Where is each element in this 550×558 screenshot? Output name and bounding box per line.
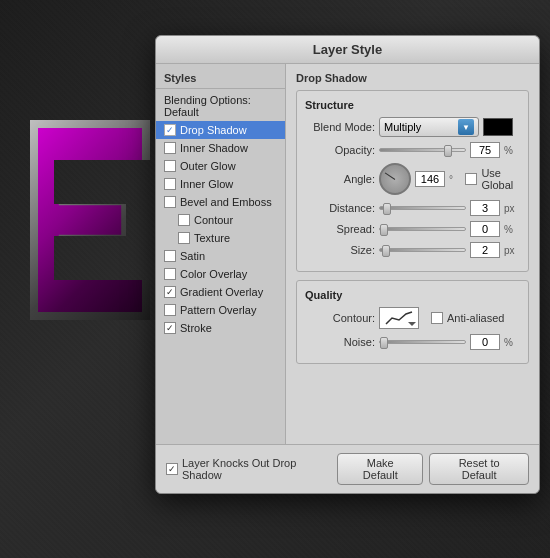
sidebar-item-blending-options[interactable]: Blending Options: Default bbox=[156, 91, 285, 121]
spread-input[interactable] bbox=[470, 221, 500, 237]
spread-label: Spread: bbox=[305, 223, 375, 235]
sidebar-item-texture[interactable]: Texture bbox=[156, 229, 285, 247]
use-global-label: Use Global bbox=[481, 167, 520, 191]
distance-label: Distance: bbox=[305, 202, 375, 214]
gradient-overlay-label: Gradient Overlay bbox=[180, 286, 263, 298]
anti-aliased-label: Anti-aliased bbox=[447, 312, 504, 324]
stroke-label: Stroke bbox=[180, 322, 212, 334]
noise-unit: % bbox=[504, 337, 520, 348]
blend-mode-row: Blend Mode: Multiply ▼ bbox=[305, 117, 520, 137]
settings-panel: Drop Shadow Structure Blend Mode: Multip… bbox=[286, 64, 539, 444]
drop-shadow-checkbox[interactable]: ✓ bbox=[164, 124, 176, 136]
opacity-unit: % bbox=[504, 145, 520, 156]
opacity-slider-track[interactable] bbox=[379, 148, 466, 152]
texture-checkbox[interactable] bbox=[178, 232, 190, 244]
sidebar-item-drop-shadow[interactable]: ✓ Drop Shadow bbox=[156, 121, 285, 139]
footer-buttons: Make Default Reset to Default bbox=[337, 453, 529, 485]
spread-slider-thumb[interactable] bbox=[380, 224, 388, 236]
noise-slider-container bbox=[379, 340, 466, 344]
use-global-checkbox-container[interactable]: Use Global bbox=[465, 167, 520, 191]
blend-mode-value: Multiply bbox=[384, 121, 421, 133]
contour-dropdown-arrow-icon bbox=[408, 322, 416, 326]
letter-e-decoration bbox=[30, 120, 150, 320]
layer-knocks-container[interactable]: ✓ Layer Knocks Out Drop Shadow bbox=[166, 457, 337, 481]
blend-mode-label: Blend Mode: bbox=[305, 121, 375, 133]
structure-group: Structure Blend Mode: Multiply ▼ Opacity… bbox=[296, 90, 529, 272]
use-global-checkbox[interactable] bbox=[465, 173, 477, 185]
sidebar-item-gradient-overlay[interactable]: ✓ Gradient Overlay bbox=[156, 283, 285, 301]
angle-dial[interactable] bbox=[379, 163, 411, 195]
inner-shadow-checkbox[interactable] bbox=[164, 142, 176, 154]
check-icon: ✓ bbox=[166, 125, 174, 135]
size-slider-container bbox=[379, 248, 466, 252]
color-swatch[interactable] bbox=[483, 118, 513, 136]
size-slider-thumb[interactable] bbox=[382, 245, 390, 257]
distance-slider-track[interactable] bbox=[379, 206, 466, 210]
angle-row: Angle: ° Use Global bbox=[305, 163, 520, 195]
size-slider-track[interactable] bbox=[379, 248, 466, 252]
outer-glow-label: Outer Glow bbox=[180, 160, 236, 172]
bevel-emboss-checkbox[interactable] bbox=[164, 196, 176, 208]
reset-default-button[interactable]: Reset to Default bbox=[429, 453, 529, 485]
opacity-slider-thumb[interactable] bbox=[444, 145, 452, 157]
gradient-overlay-checkbox[interactable]: ✓ bbox=[164, 286, 176, 298]
noise-input[interactable] bbox=[470, 334, 500, 350]
opacity-input[interactable] bbox=[470, 142, 500, 158]
sidebar-item-inner-glow[interactable]: Inner Glow bbox=[156, 175, 285, 193]
distance-input[interactable] bbox=[470, 200, 500, 216]
contour-checkbox[interactable] bbox=[178, 214, 190, 226]
anti-aliased-checkbox[interactable] bbox=[431, 312, 443, 324]
sidebar-item-outer-glow[interactable]: Outer Glow bbox=[156, 157, 285, 175]
angle-label: Angle: bbox=[305, 173, 375, 185]
pattern-overlay-checkbox[interactable] bbox=[164, 304, 176, 316]
size-input[interactable] bbox=[470, 242, 500, 258]
structure-title: Structure bbox=[305, 99, 520, 111]
satin-checkbox[interactable] bbox=[164, 250, 176, 262]
color-overlay-checkbox[interactable] bbox=[164, 268, 176, 280]
dialog-body: Styles Blending Options: Default ✓ Drop … bbox=[156, 64, 539, 444]
dialog-title: Layer Style bbox=[313, 42, 382, 57]
inner-glow-checkbox[interactable] bbox=[164, 178, 176, 190]
anti-aliased-container[interactable]: Anti-aliased bbox=[431, 312, 504, 324]
check-icon3: ✓ bbox=[166, 323, 174, 333]
spread-slider-track[interactable] bbox=[379, 227, 466, 231]
opacity-label: Opacity: bbox=[305, 144, 375, 156]
check-icon4: ✓ bbox=[168, 464, 176, 474]
sidebar-item-color-overlay[interactable]: Color Overlay bbox=[156, 265, 285, 283]
angle-dial-line bbox=[385, 172, 396, 180]
noise-slider-track[interactable] bbox=[379, 340, 466, 344]
opacity-row: Opacity: % bbox=[305, 142, 520, 158]
size-label: Size: bbox=[305, 244, 375, 256]
distance-unit: px bbox=[504, 203, 520, 214]
distance-slider-thumb[interactable] bbox=[383, 203, 391, 215]
contour-preview[interactable] bbox=[379, 307, 419, 329]
opacity-slider-container bbox=[379, 148, 466, 152]
sidebar-item-bevel-emboss[interactable]: Bevel and Emboss bbox=[156, 193, 285, 211]
quality-title: Quality bbox=[305, 289, 520, 301]
styles-panel: Styles Blending Options: Default ✓ Drop … bbox=[156, 64, 286, 444]
styles-panel-header: Styles bbox=[156, 68, 285, 89]
angle-input[interactable] bbox=[415, 171, 445, 187]
spread-slider-container bbox=[379, 227, 466, 231]
stroke-checkbox[interactable]: ✓ bbox=[164, 322, 176, 334]
texture-label: Texture bbox=[194, 232, 230, 244]
sidebar-item-contour[interactable]: Contour bbox=[156, 211, 285, 229]
sidebar-item-inner-shadow[interactable]: Inner Shadow bbox=[156, 139, 285, 157]
make-default-button[interactable]: Make Default bbox=[337, 453, 423, 485]
satin-label: Satin bbox=[180, 250, 205, 262]
dialog-footer: ✓ Layer Knocks Out Drop Shadow Make Defa… bbox=[156, 444, 539, 493]
distance-row: Distance: px bbox=[305, 200, 520, 216]
sidebar-item-pattern-overlay[interactable]: Pattern Overlay bbox=[156, 301, 285, 319]
size-unit: px bbox=[504, 245, 520, 256]
sidebar-item-stroke[interactable]: ✓ Stroke bbox=[156, 319, 285, 337]
spread-row: Spread: % bbox=[305, 221, 520, 237]
outer-glow-checkbox[interactable] bbox=[164, 160, 176, 172]
noise-slider-thumb[interactable] bbox=[380, 337, 388, 349]
distance-slider-container bbox=[379, 206, 466, 210]
contour-field-label: Contour: bbox=[305, 312, 375, 324]
size-row: Size: px bbox=[305, 242, 520, 258]
blend-mode-select[interactable]: Multiply ▼ bbox=[379, 117, 479, 137]
layer-knocks-checkbox[interactable]: ✓ bbox=[166, 463, 178, 475]
sidebar-item-satin[interactable]: Satin bbox=[156, 247, 285, 265]
inner-glow-label: Inner Glow bbox=[180, 178, 233, 190]
